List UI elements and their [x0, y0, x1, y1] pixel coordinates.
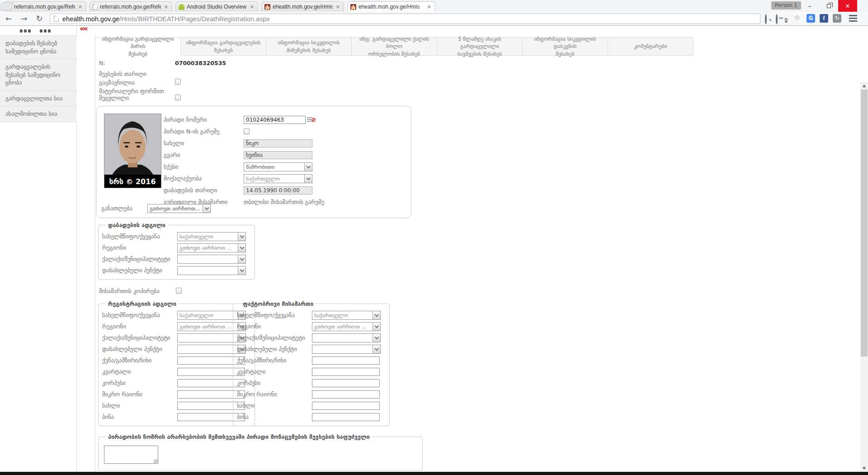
municipality-select[interactable] [177, 255, 246, 264]
tab-last-pregnancy-info[interactable]: ინფ. გარდაცვლილი ქალის ბოლოორსულობის შეს… [351, 37, 437, 56]
chevron-down-icon [238, 244, 245, 252]
ehealth-icon [264, 4, 270, 10]
close-icon[interactable]: ✕ [163, 4, 169, 10]
building-input[interactable] [312, 379, 380, 387]
citizenship-select[interactable]: საქართველო [244, 174, 312, 183]
quarter-input[interactable] [312, 368, 380, 376]
birth-date-row: დაბადების თარიღი [164, 186, 410, 195]
maximize-button[interactable] [819, 0, 838, 12]
close-icon[interactable]: ✕ [77, 4, 83, 10]
translate-extension-icon[interactable]: G [807, 14, 815, 23]
browser-tab-4[interactable]: ehealth.moh.gov.ge/Hmis ✕ [261, 1, 344, 12]
settlement-select[interactable] [312, 345, 381, 354]
facebook-icon[interactable]: f [820, 14, 828, 23]
close-icon[interactable]: ✕ [335, 4, 341, 10]
legal-address-value: თბილისი მისამართის გარეშე [244, 199, 324, 205]
country-select[interactable]: საქართველო [177, 232, 246, 241]
scroll-up-icon[interactable]: ▲ [860, 82, 868, 89]
no-pn-basis-legend: პირადობის ნომრის არარსებობის შემთხვევაში… [106, 433, 372, 440]
fill-date-label: შევსების თარიღი [99, 71, 175, 77]
address-bar[interactable]: ehealth.moh.gov.ge/Hmis/BIRTHDEATH/Pages… [50, 14, 760, 24]
no-pn-basis-fieldset: პირადობის ნომრის არარსებობის შემთხვევაში… [98, 433, 423, 470]
window-close-button[interactable]: ✕ [838, 0, 857, 12]
copy-address-checkbox[interactable] [176, 288, 182, 294]
sync-icon[interactable]: ↻ [833, 14, 841, 23]
region-row: რეგიონი გთხოვთ აირჩიოთ ... [102, 322, 251, 331]
close-icon[interactable]: ✕ [426, 4, 432, 10]
fill-date-row: შევსების თარიღი [99, 71, 175, 77]
sex-select[interactable]: მამრობითი [244, 162, 312, 171]
municipality-row: ქალაქი/მუნიციპალიტეტი [102, 333, 251, 342]
refresh-button[interactable]: ↻ [33, 13, 45, 24]
browser-tab-1[interactable]: referrals.moh.gov.ge/Refe ✕ [4, 1, 86, 12]
blocked-icon[interactable] [307, 116, 315, 124]
forward-button[interactable]: → [18, 13, 30, 24]
back-button[interactable]: ← [3, 13, 14, 24]
tab-death-causes-info[interactable]: ინფორმაცია სიკვდილისმიზეზების შესახებ [266, 37, 352, 56]
settlement-row: დასახლებული პუნქტი [102, 266, 251, 275]
house-input[interactable] [312, 402, 380, 410]
person-box: სრს © 2016 პირადი ნომერი პირადი N-ის გარ… [96, 106, 411, 218]
changed-checkbox[interactable] [175, 95, 181, 100]
apartment-row: ბინა [102, 413, 251, 421]
region-select[interactable]: გთხოვთ აირჩიოთ ... [177, 243, 246, 252]
browser-tab-3[interactable]: Android Studio Overview | ✕ [175, 1, 258, 12]
url-host: ehealth.moh.gov.ge [62, 15, 119, 23]
menu-icon[interactable] [849, 15, 857, 22]
education-select[interactable]: გთხოვთ აირჩიოთ... [147, 204, 211, 213]
actual-address-fieldset: ფაქტობრივი მისამართი სახელმწიფო/ქვეყანა … [233, 300, 390, 426]
browser-tab-5-active[interactable]: ehealth.moh.gov.ge/Hmis ✕ [347, 1, 435, 12]
resize-grip-icon[interactable] [154, 459, 158, 463]
house-row: სახლი [237, 401, 386, 410]
without-pn-checkbox[interactable] [244, 128, 250, 134]
scroll-down-icon[interactable]: ▼ [860, 465, 868, 472]
sent-material-checkbox[interactable] [175, 79, 181, 85]
country-row: სახელმწიფო/ქვეყანა საქართველო [102, 311, 251, 319]
browser-tab-strip: referrals.moh.gov.ge/Refe ✕ referrals.mo… [0, 0, 868, 12]
settlement-row: დასახლებული პუნქტი [237, 345, 386, 353]
region-select[interactable]: გთხოვთ აირჩიოთ ... [312, 322, 381, 331]
citizenship-row: მოქალაქეობა საქართველო [164, 174, 410, 183]
street-input[interactable] [312, 356, 380, 365]
settlement-select[interactable] [177, 266, 246, 275]
sidebar-item-death-certificate[interactable]: გარდაცვალების შესახებ სამედიცინო ცნობა [0, 59, 77, 90]
scrollbar-thumb[interactable] [861, 90, 868, 356]
chevron-down-icon [304, 163, 312, 171]
personal-number-input[interactable] [244, 116, 306, 124]
tab-death-conclusion-info[interactable]: ინფორმაცია სიკვდილის დასკვნისშესახებ [522, 37, 608, 56]
settlement-row: დასახლებული პუნქტი [102, 345, 251, 353]
region-row: რეგიონი გთხოვთ აირჩიოთ ... [237, 322, 386, 331]
profile-badge[interactable]: Person 1 [771, 1, 801, 10]
tab-children-under-5-info[interactable]: 5 წლამდე ასაკის გარდაცვლილიბავშვების შეს… [437, 37, 523, 56]
translate-icon[interactable]: A [785, 15, 788, 24]
minimize-button[interactable]: – [800, 0, 819, 12]
browser-tab-2[interactable]: referrals.moh.gov.ge/Refe ✕ [90, 1, 172, 12]
apartment-input[interactable] [312, 413, 380, 421]
tab-title: referrals.moh.gov.ge/Refe [14, 4, 75, 10]
quarter-row: კვარტალი [237, 367, 386, 376]
sidebar-item-birth-certificate[interactable]: დაბადების შესახებ სამედიცინო ცნობა [0, 35, 77, 59]
form-panel: ინფორმაცია გარდაცვლილი პირისშესახებ ინფო… [95, 35, 697, 472]
basis-textarea[interactable] [104, 446, 158, 464]
star-icon[interactable]: ☆ [794, 14, 800, 21]
photo-watermark: სრს © 2016 [109, 177, 156, 186]
key-icon[interactable] [776, 15, 778, 24]
sidebar-item-newborn-list[interactable]: ახალშობილთა სია [0, 106, 77, 122]
sidebar-item-deceased-list[interactable]: გარდაცვლილთა სია [0, 90, 77, 106]
municipality-select[interactable] [312, 333, 381, 342]
tab-title: ehealth.moh.gov.ge/Hmis [273, 4, 333, 10]
tab-deceased-person-info[interactable]: ინფორმაცია გარდაცვლილი პირისშესახებ [95, 37, 181, 56]
micro-district-input[interactable] [312, 390, 380, 399]
chevron-down-icon [238, 255, 245, 263]
region-row: რეგიონი გთხოვთ აირჩიოთ ... [102, 243, 251, 252]
number-label: N: [99, 60, 175, 66]
sidebar-menu: დაბადების შესახებ სამედიცინო ცნობა გარდა… [0, 35, 77, 122]
close-icon[interactable]: ✕ [249, 4, 255, 10]
vertical-scrollbar[interactable]: ▲ ▼ [860, 82, 868, 472]
collapse-icon[interactable]: «« [80, 24, 87, 33]
sidebar-header-remnant [20, 26, 52, 29]
search-icon[interactable] [765, 15, 767, 24]
tab-comments[interactable]: კომენტარები [608, 37, 693, 56]
tab-death-info[interactable]: ინფორმაცია გარდაცვალებისშესახებ [180, 37, 266, 56]
country-select[interactable]: საქართველო [312, 311, 381, 320]
